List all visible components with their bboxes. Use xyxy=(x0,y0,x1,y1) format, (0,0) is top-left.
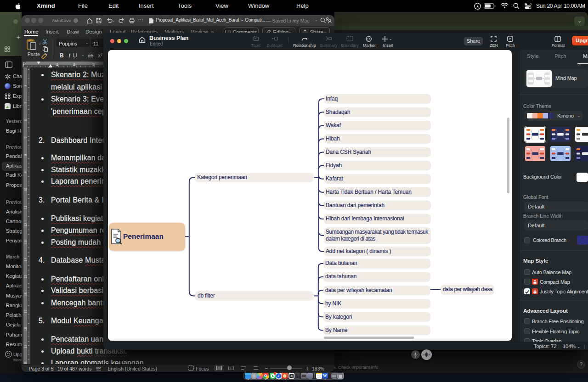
svg-text:abc: abc xyxy=(96,366,102,370)
